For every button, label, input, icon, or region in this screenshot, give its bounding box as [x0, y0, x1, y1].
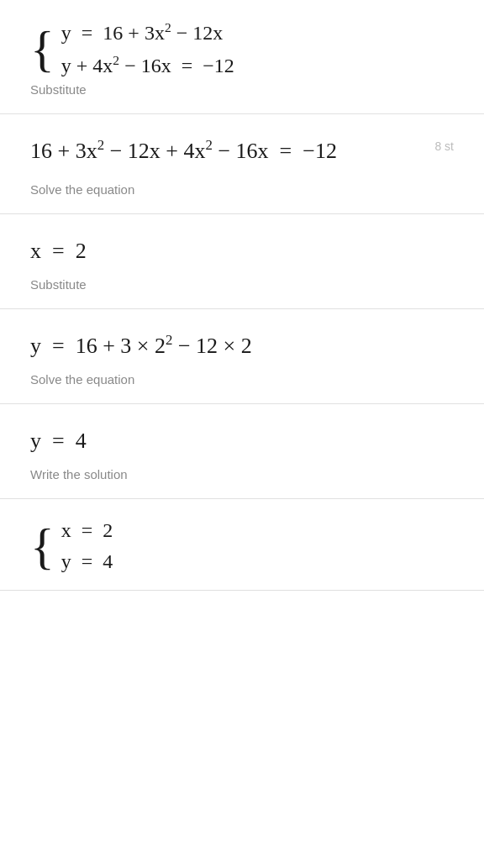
section-y-solution: y = 4 Write the solution	[0, 404, 484, 499]
math-y-substituted: y = 16 + 3 × 22 − 12 × 2	[30, 329, 454, 362]
hint-solve-2: Solve the equation	[30, 372, 454, 387]
math-y-solution: y = 4	[30, 424, 454, 457]
hint-substitute-1: Substitute	[30, 82, 454, 97]
system-brace-1: { y = 16 + 3x2 − 12x y + 4x2 − 16x = −12	[30, 20, 454, 77]
math-x-solution: x = 2	[30, 234, 454, 267]
brace-left-1: {	[30, 24, 55, 74]
final-eq-y: y = 4	[61, 550, 113, 573]
section-y-substituted: y = 16 + 3 × 22 − 12 × 2 Solve the equat…	[0, 309, 484, 404]
system-brace-2: { x = 2 y = 4	[30, 519, 454, 573]
section-substituted: 16 + 3x2 − 12x + 4x2 − 16x = −12 8 st So…	[0, 114, 484, 214]
math-substituted: 16 + 3x2 − 12x + 4x2 − 16x = −12	[30, 134, 337, 167]
brace-equations-1: y = 16 + 3x2 − 12x y + 4x2 − 16x = −12	[61, 20, 234, 77]
side-note: 8 st	[426, 134, 454, 153]
section-x-solution: x = 2 Substitute	[0, 214, 484, 309]
hint-substitute-2: Substitute	[30, 277, 454, 292]
final-eq-x: x = 2	[61, 519, 113, 542]
equation-1a: y = 16 + 3x2 − 12x	[61, 20, 234, 45]
brace-equations-2: x = 2 y = 4	[61, 519, 113, 573]
brace-left-2: {	[30, 521, 55, 571]
hint-solve-1: Solve the equation	[30, 182, 454, 197]
section-final-system: { x = 2 y = 4	[0, 499, 484, 591]
equation-1b: y + 4x2 − 16x = −12	[61, 53, 234, 77]
hint-write-solution: Write the solution	[30, 467, 454, 481]
section-original-system: { y = 16 + 3x2 − 12x y + 4x2 − 16x = −12…	[0, 0, 484, 114]
step-row-2: 16 + 3x2 − 12x + 4x2 − 16x = −12 8 st	[30, 134, 454, 177]
